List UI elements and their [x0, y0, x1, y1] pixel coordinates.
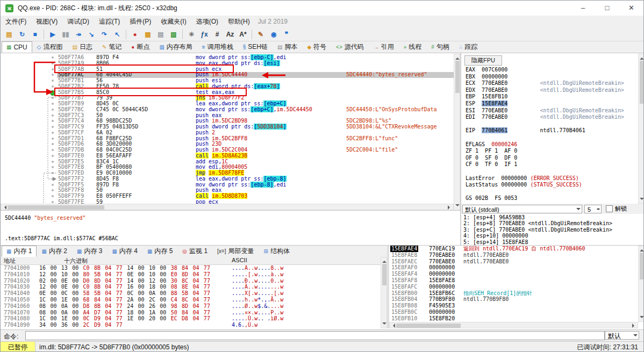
- registers-v-scrollbar[interactable]: [638, 54, 644, 204]
- memory-row[interactable]: 7704106008000A00D88B047724002600988D0477…: [1, 303, 381, 310]
- register-line[interactable]: ZF 1 PF 1 AF 0: [466, 148, 637, 155]
- row-dot[interactable]: [52, 132, 54, 134]
- tab-log[interactable]: ▤日志: [68, 41, 97, 53]
- menu-item-5[interactable]: 收藏夹(I): [156, 17, 191, 26]
- register-line[interactable]: EBX 00000000: [466, 74, 637, 81]
- feedback-button[interactable]: ❞: [281, 29, 292, 40]
- tab-call-stack[interactable]: ≡调用堆栈: [197, 41, 238, 53]
- row-dot[interactable]: [52, 68, 54, 70]
- row-dot[interactable]: [52, 85, 54, 88]
- minimize-button[interactable]: –: [571, 1, 595, 16]
- menu-item-1[interactable]: 视图(V): [31, 17, 62, 26]
- disasm-row[interactable]: 5D8F77FE59pop ecx: [1, 199, 454, 204]
- row-dot[interactable]: [52, 149, 54, 151]
- register-line[interactable]: GS 002B FS 0053: [466, 195, 637, 202]
- stack-row[interactable]: 15E8FAF400000000: [389, 271, 638, 277]
- tab-cpu[interactable]: ▦CPU: [2, 41, 32, 53]
- help-about-button[interactable]: ◉: [268, 29, 280, 40]
- annotate-button[interactable]: ✎: [255, 29, 267, 40]
- row-dot[interactable]: [52, 138, 54, 140]
- stack-h-scrollbar[interactable]: [389, 322, 638, 328]
- tab-memory-2[interactable]: ▦内存 2: [37, 246, 71, 257]
- open-file-button[interactable]: ▤: [3, 29, 15, 40]
- tab-trace[interactable]: ∴跟踪: [454, 41, 482, 53]
- maximize-button[interactable]: □: [595, 1, 619, 16]
- tab-memory-1[interactable]: ▦内存 1: [2, 246, 37, 257]
- step-into-button[interactable]: ↘: [85, 29, 97, 40]
- menu-item-3[interactable]: 追踪(T): [94, 17, 125, 26]
- memory-row[interactable]: 7704107008000A00A4D7047718001A0050840477…: [1, 310, 381, 316]
- disasm-row[interactable]: 5D8F77BCC745 0C 5044C45Dmov dword ptr ss…: [1, 107, 454, 113]
- disasm-row[interactable]: 5D8F77A98B06mov eax,dword ptr ds:[esi]: [1, 61, 454, 67]
- row-dot[interactable]: [52, 143, 54, 145]
- menu-item-0[interactable]: 文件(F): [1, 17, 31, 26]
- row-dot[interactable]: [52, 189, 54, 191]
- register-line[interactable]: OF 0 SF 0 DF 0: [466, 155, 637, 162]
- step-out-button[interactable]: ↖: [111, 29, 123, 40]
- breakpoint-dot[interactable]: [50, 90, 55, 96]
- run-to-user-code-button[interactable]: ↠: [73, 29, 84, 40]
- calculator-button[interactable]: #: [211, 29, 223, 40]
- memory-row[interactable]: 770410501C001E00688404772A002C00C48C0477…: [1, 297, 381, 303]
- row-dot[interactable]: [52, 103, 54, 105]
- hide-fpu-button[interactable]: 隐藏FPU: [464, 55, 502, 66]
- stack-row[interactable]: 15E8FAE8770EABE0ntdll.770EABE0: [389, 252, 638, 258]
- tab-breakpoints[interactable]: ●断点: [126, 41, 154, 53]
- argument-line[interactable]: 2: [esp+8] 770EABE0 <ntdll.DbgUiRemoteBr…: [461, 220, 638, 226]
- close-button[interactable]: ✕: [619, 1, 643, 16]
- register-line[interactable]: ESP 15E8FAE4: [466, 100, 637, 107]
- memory-row[interactable]: 7704101012001000805B04770E001000E08D0477…: [1, 271, 381, 278]
- restart-button[interactable]: ↻: [16, 29, 28, 40]
- tab-graph[interactable]: ◇流程图: [32, 41, 68, 53]
- log-window-button[interactable]: ▤: [155, 29, 167, 40]
- tab-script[interactable]: ▤脚本: [273, 41, 302, 53]
- row-dot[interactable]: [52, 195, 54, 197]
- row-dot[interactable]: [52, 56, 54, 59]
- argument-line[interactable]: 1: [esp+4] 96A59BB3: [461, 214, 638, 220]
- register-line[interactable]: EBP 15E8FB10: [466, 94, 637, 100]
- tab-locals[interactable]: [x=]局部变量: [212, 246, 259, 257]
- register-line[interactable]: LastStatus 00000000 (STATUS_SUCCESS): [466, 182, 637, 189]
- tab-watch-1[interactable]: ◎监视 1: [177, 246, 212, 257]
- register-line[interactable]: EFLAGS 00000246: [466, 141, 637, 148]
- disasm-h-scrollbar[interactable]: [1, 204, 454, 210]
- assemble-button[interactable]: Az: [224, 29, 236, 40]
- run-button[interactable]: ▶: [47, 29, 59, 40]
- stack-row[interactable]: 15E8FAEC770EABE0ntdll.770EABE0: [389, 258, 638, 265]
- register-line[interactable]: [466, 121, 637, 128]
- disasm-v-scrollbar[interactable]: [454, 54, 460, 210]
- tab-seh-chain[interactable]: §SEH链: [238, 41, 273, 53]
- memory-row[interactable]: 7704100016001300C08B04771400100038840477…: [1, 265, 381, 271]
- row-dot[interactable]: [52, 184, 54, 186]
- menu-item-2[interactable]: 调试(D): [62, 17, 94, 26]
- register-line[interactable]: [466, 168, 637, 175]
- tab-memory-5[interactable]: ▦内存 5: [142, 246, 177, 257]
- menu-item-6[interactable]: 选项(O): [191, 17, 223, 26]
- stack-row[interactable]: 15E8FB0C00000000: [389, 309, 638, 315]
- row-dot[interactable]: [52, 155, 54, 157]
- find-pattern-button[interactable]: A*: [237, 29, 249, 40]
- tab-source[interactable]: <>源代码: [331, 41, 369, 53]
- stack-row[interactable]: 15E8FB1015E8FB20: [389, 315, 638, 322]
- row-dot[interactable]: [52, 201, 54, 203]
- stack-row[interactable]: 15E8FB0015E8FB6C指向SEH_Record[1]的指针: [389, 290, 638, 297]
- row-dot[interactable]: [52, 109, 54, 111]
- tab-memory-map[interactable]: ▥内存布局: [154, 41, 197, 53]
- register-line[interactable]: [466, 189, 637, 196]
- settings-button[interactable]: ✳: [185, 29, 197, 40]
- tab-memory-4[interactable]: ▦内存 4: [107, 246, 142, 257]
- arg-count-stepper[interactable]: 5: [584, 205, 602, 213]
- memory-row[interactable]: 770410801C001E000CD904771E002000ECD80477…: [1, 315, 381, 322]
- command-mode-select[interactable]: 默认: [605, 331, 639, 340]
- register-line[interactable]: ESI 770EABE0 <ntdll.DbgUiRemoteBreakin>: [466, 107, 637, 114]
- tab-struct[interactable]: ⊞结构体: [259, 246, 295, 257]
- stack-row[interactable]: 15E8FAFC00000000: [389, 284, 638, 290]
- row-dot[interactable]: [52, 80, 54, 82]
- unlock-checkbox[interactable]: 解锁: [606, 205, 627, 213]
- stack-row[interactable]: 15E8FB08F45905E3: [389, 303, 638, 309]
- row-dot[interactable]: [52, 166, 54, 168]
- patches-button[interactable]: ▧: [168, 29, 180, 40]
- tab-threads[interactable]: »线程: [399, 41, 427, 53]
- register-line[interactable]: EAX 007C6000: [466, 67, 637, 74]
- row-dot[interactable]: [52, 62, 54, 64]
